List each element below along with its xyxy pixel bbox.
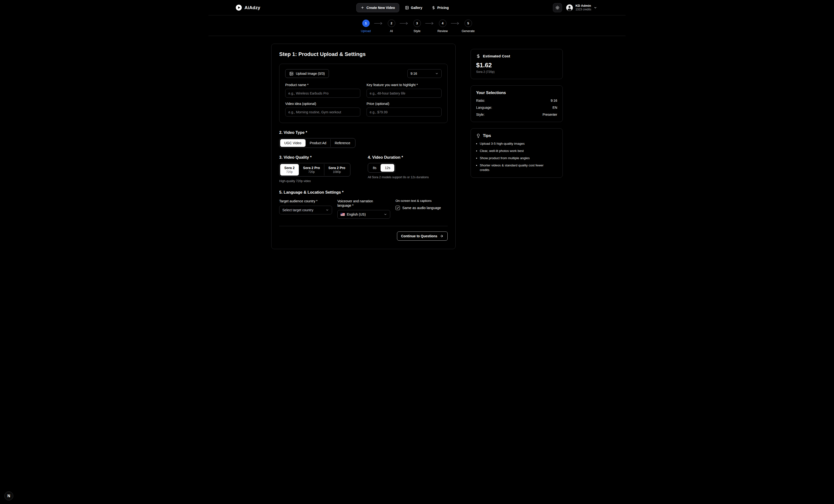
selection-value: Presenter <box>543 113 557 116</box>
user-meta: KD Admin 1323 credits <box>575 4 591 12</box>
price-input[interactable] <box>367 108 442 116</box>
product-name-input[interactable] <box>285 89 360 98</box>
tip-item: Upload 3-5 high-quality images <box>476 141 557 146</box>
tip-item: Shorter videos & standard quality cost f… <box>476 163 557 173</box>
video-idea-input[interactable] <box>285 108 360 116</box>
aspect-ratio-select[interactable]: 9:16 <box>407 69 442 78</box>
voiceover-language-group: Voiceover and narration language * Engli… <box>337 199 390 219</box>
target-country-select[interactable]: Select target country <box>279 206 332 214</box>
tips-card: Tips Upload 3-5 high-quality images Clea… <box>470 128 563 178</box>
quality-sub: 720p <box>284 170 295 174</box>
video-type-ugc[interactable]: UGC Video <box>280 139 306 147</box>
quality-name: Sora 2 Pro <box>328 166 345 170</box>
step-circle: 3 <box>413 20 421 27</box>
key-feature-label: Key feature you want to highlight * <box>367 83 442 87</box>
arrow-right-icon <box>399 22 409 25</box>
brand-logo-icon <box>236 4 242 11</box>
your-selections-title: Your Selections <box>476 90 557 95</box>
selection-row-language: Language: EN <box>476 106 557 110</box>
target-country-value: Select target country <box>282 208 313 212</box>
upload-image-button[interactable]: Upload Image (0/3) <box>285 69 329 78</box>
target-country-group: Target audience country * Select target … <box>279 199 332 219</box>
video-quality-segmented: Sora 2 720p Sora 2 Pro 720p Sora 2 Pro 1… <box>279 163 350 177</box>
lightbulb-icon <box>476 134 481 138</box>
dollar-icon <box>432 6 435 10</box>
gallery-link[interactable]: Gallery <box>402 3 426 12</box>
user-menu[interactable]: KD Admin 1323 credits <box>566 4 597 12</box>
step1-form-card: Step 1: Product Upload & Settings Upload… <box>271 44 456 249</box>
brand[interactable]: AiAdzy <box>236 4 260 11</box>
quality-sub: 720p <box>303 170 320 174</box>
duration-8s[interactable]: 8s <box>369 164 380 172</box>
captions-label: On-screen text & captions <box>396 199 448 203</box>
video-type-product-ad[interactable]: Product Ad <box>306 139 331 147</box>
step-circle: 2 <box>388 20 395 27</box>
user-credits: 1323 credits <box>575 8 591 12</box>
main-content: Step 1: Product Upload & Settings Upload… <box>208 36 626 266</box>
step-ai[interactable]: 2 AI <box>385 20 398 33</box>
quality-name: Sora 2 Pro <box>303 166 320 170</box>
chevron-down-icon <box>384 213 387 216</box>
video-duration-segmented: 8s 12s <box>368 163 395 173</box>
price-label: Price (optional) <box>367 102 442 106</box>
continue-button[interactable]: Continue to Questions <box>397 231 448 240</box>
video-type-segmented: UGC Video Product Ad Reference <box>279 138 355 148</box>
voiceover-language-label: Voiceover and narration language * <box>337 199 386 208</box>
duration-12s[interactable]: 12s <box>380 164 395 172</box>
step-circle: 1 <box>362 20 370 27</box>
quality-name: Sora 2 <box>284 166 295 170</box>
pricing-link[interactable]: Pricing <box>428 3 452 12</box>
voiceover-language-value: English (US) <box>347 212 366 216</box>
upload-settings-card: Upload Image (0/3) 9:16 Product name * K… <box>279 64 448 123</box>
step-generate[interactable]: 5 Generate <box>461 20 475 33</box>
quality-sora2pro-720p[interactable]: Sora 2 Pro 720p <box>299 164 324 176</box>
video-type-reference[interactable]: Reference <box>330 139 354 147</box>
arrow-right-icon <box>440 234 443 238</box>
step-label: Review <box>438 29 448 33</box>
arrow-right-icon <box>425 22 435 25</box>
quality-sub: 1080p <box>328 170 345 174</box>
video-duration-heading: 4. Video Duration * <box>368 155 429 160</box>
video-quality-column: 3. Video Quality * Sora 2 720p Sora 2 Pr… <box>279 155 350 183</box>
same-as-audio-checkbox-row[interactable]: Same as audio language <box>396 206 448 210</box>
step-upload[interactable]: 1 Upload <box>359 20 373 33</box>
estimated-cost-card: Estimated Cost $1.62 Sora 2 (720p) <box>470 49 563 79</box>
stepper: 1 Upload 2 AI 3 Style 4 Review 5 Generat… <box>208 20 626 33</box>
sun-icon <box>555 5 559 10</box>
same-as-audio-label: Same as audio language <box>402 206 441 210</box>
divider <box>279 226 448 226</box>
tip-text: Show product from multiple angles <box>480 156 530 161</box>
key-feature-input[interactable] <box>367 89 442 98</box>
create-new-video-button[interactable]: Create New Video <box>356 3 399 12</box>
step-label: Style <box>414 29 421 33</box>
continue-label: Continue to Questions <box>401 234 437 238</box>
selection-row-style: Style: Presenter <box>476 113 557 116</box>
step-review[interactable]: 4 Review <box>436 20 449 33</box>
selection-label: Style: <box>476 113 485 116</box>
step-style[interactable]: 3 Style <box>410 20 424 33</box>
selection-label: Language: <box>476 106 492 110</box>
step-circle: 4 <box>439 20 446 27</box>
estimated-cost-amount: $1.62 <box>476 62 557 69</box>
tip-text: Shorter videos & standard quality cost f… <box>480 163 547 173</box>
video-quality-heading: 3. Video Quality * <box>279 155 350 160</box>
video-idea-label: Video idea (optional) <box>285 102 360 106</box>
stepper-section: 1 Upload 2 AI 3 Style 4 Review 5 Generat… <box>208 16 626 36</box>
product-name-field-group: Product name * <box>285 79 360 98</box>
voiceover-language-select[interactable]: English (US) <box>337 210 390 219</box>
selection-value: 9:16 <box>551 99 557 102</box>
checkbox-checked-icon[interactable] <box>396 206 400 210</box>
sidebar: Estimated Cost $1.62 Sora 2 (720p) Your … <box>470 49 563 178</box>
upload-image-label: Upload Image (0/3) <box>296 72 325 75</box>
quality-sora2pro-1080p[interactable]: Sora 2 Pro 1080p <box>324 164 349 176</box>
target-country-label: Target audience country * <box>279 199 327 203</box>
theme-toggle-button[interactable] <box>553 3 562 12</box>
page-title: Step 1: Product Upload & Settings <box>279 51 448 58</box>
tip-text: Clear, well-lit photos work best <box>480 149 524 153</box>
video-idea-field-group: Video idea (optional) <box>285 98 360 116</box>
quality-sora2-720p[interactable]: Sora 2 720p <box>280 164 299 176</box>
navbar-right: KD Admin 1323 credits <box>553 3 597 12</box>
price-field-group: Price (optional) <box>367 98 442 116</box>
dollar-icon <box>476 54 481 59</box>
estimated-cost-title: Estimated Cost <box>483 54 510 59</box>
